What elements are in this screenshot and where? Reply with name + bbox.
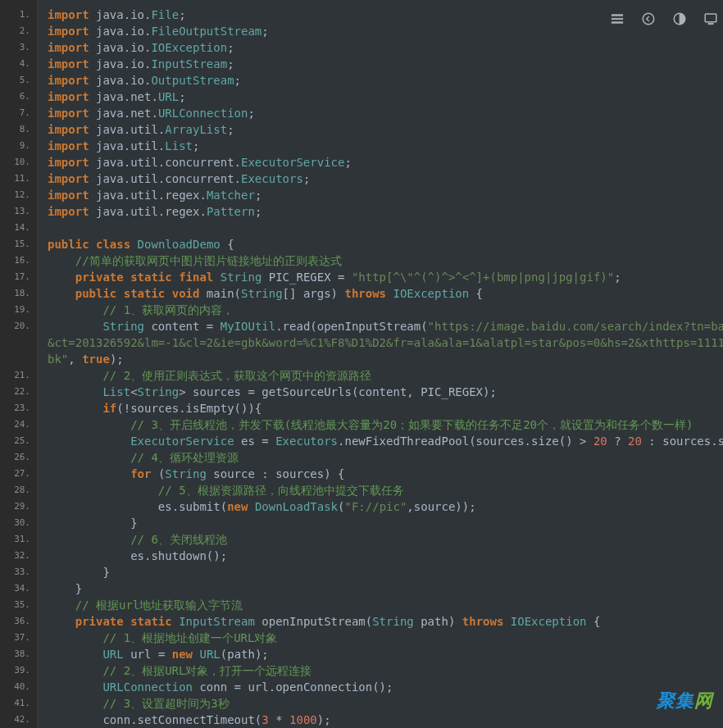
- token-pl: (: [151, 467, 165, 480]
- token-pl: java.net.: [89, 90, 158, 103]
- line-number: 11.: [0, 171, 37, 187]
- contrast-icon[interactable]: [672, 11, 687, 26]
- svg-rect-6: [708, 23, 713, 25]
- token-cls: Pattern: [207, 205, 255, 218]
- code-line: import java.io.OutputStream;: [48, 72, 723, 89]
- token-pl: java.io.: [89, 41, 152, 54]
- token-pl: <: [130, 385, 137, 398]
- line-number: 37.: [0, 630, 37, 646]
- token-cls: Matcher: [207, 189, 255, 202]
- line-number: 26.: [0, 449, 37, 466]
- line-number: 9.: [0, 138, 37, 154]
- token-kw: throws: [344, 287, 386, 300]
- token-num: 20: [628, 435, 642, 448]
- token-cls: Executors: [275, 435, 338, 448]
- token-pl: [48, 484, 158, 497]
- code-line: // 根据url地址获取输入字节流: [48, 597, 723, 613]
- code-line: // 1、获取网页的内容，: [48, 302, 723, 318]
- back-icon[interactable]: [641, 11, 656, 26]
- monitor-icon[interactable]: [703, 11, 718, 26]
- token-pl: java.io.: [89, 25, 152, 38]
- token-pl: .newFixedThreadPool(sources.size() >: [338, 435, 593, 448]
- line-number: 6.: [0, 89, 37, 105]
- line-number: 12.: [0, 187, 37, 203]
- code-line: URL url = new URL(path);: [48, 646, 723, 662]
- code-line: es.submit(new DownLoadTask("F://pic",sou…: [48, 498, 723, 515]
- line-number: 8.: [0, 121, 37, 138]
- token-cls: InputStream: [151, 57, 227, 71]
- line-number: 3.: [0, 39, 37, 56]
- code-line: public class DownloadDemo {: [48, 236, 723, 253]
- token-kw: import: [48, 107, 89, 120]
- line-number: 4.: [0, 56, 37, 72]
- line-number: 22.: [0, 384, 37, 400]
- token-pl: }: [48, 566, 110, 579]
- token-pl: es.shutdown();: [48, 549, 227, 562]
- token-num: 3: [261, 713, 268, 726]
- token-cls: String: [241, 287, 283, 300]
- code-line: }: [48, 564, 723, 580]
- line-number: [0, 334, 37, 351]
- token-pl: [48, 303, 102, 316]
- token-kw: throws: [462, 615, 504, 628]
- token-pl: ;: [255, 205, 261, 218]
- token-cls: File: [151, 8, 179, 21]
- token-pl: java.net.: [89, 107, 158, 120]
- code-line: ExecutorService es = Executors.newFixedT…: [48, 433, 723, 449]
- token-cls: Executors: [241, 172, 303, 185]
- token-pl: [48, 320, 102, 333]
- token-cmt: //简单的获取网页中图片图片链接地址的正则表达式: [75, 254, 342, 267]
- line-gutter: 1.2.3.4.5.6.7.8.9.10.11.12.13.14.15.16.1…: [0, 0, 38, 728]
- token-pl: [48, 697, 102, 710]
- token-cmt: // 3、设置超时间为3秒: [102, 697, 229, 710]
- token-pl: openInputStream(: [255, 615, 372, 628]
- token-pl: [130, 238, 137, 251]
- code-line: import java.net.URLConnection;: [48, 105, 723, 121]
- token-pl: [48, 402, 102, 415]
- line-number: [0, 351, 37, 367]
- line-number: 21.: [0, 367, 37, 384]
- token-pl: conn.setConnectTimeout(: [48, 713, 261, 726]
- token-str: "https://image.baidu.com/search/index?tn…: [428, 320, 723, 333]
- token-kw: import: [48, 25, 89, 38]
- token-pl: [48, 435, 130, 448]
- list-icon[interactable]: [610, 11, 625, 26]
- token-pl: main(: [199, 287, 241, 300]
- token-cls: InputStream: [179, 615, 255, 628]
- token-cls: IOException: [151, 41, 227, 54]
- code-line: private static InputStream openInputStre…: [48, 613, 723, 630]
- line-number: 28.: [0, 482, 37, 498]
- line-number: 2.: [0, 23, 37, 39]
- token-pl: [] args): [283, 287, 345, 300]
- token-str: &ct=201326592&lm=-1&cl=2&ie=gbk&word=%C1…: [48, 336, 723, 349]
- line-number: 34.: [0, 580, 37, 597]
- line-number: 10.: [0, 154, 37, 171]
- token-pl: conn = url.openConnection();: [193, 680, 393, 694]
- token-pl: java.util.: [89, 123, 166, 136]
- token-num: 20: [593, 435, 607, 448]
- token-kw: import: [48, 57, 89, 71]
- token-kw: public class: [48, 238, 130, 251]
- token-pl: ;: [234, 74, 241, 87]
- code-area[interactable]: import java.io.File;import java.io.FileO…: [38, 0, 723, 728]
- token-pl: ;: [255, 189, 261, 202]
- token-kw: import: [48, 172, 89, 185]
- svg-point-3: [643, 13, 654, 25]
- token-pl: [48, 451, 130, 464]
- line-number: 29.: [0, 498, 37, 515]
- line-number: 23.: [0, 400, 37, 416]
- code-line: public static void main(String[] args) t…: [48, 285, 723, 302]
- token-pl: java.util.concurrent.: [89, 172, 241, 185]
- token-pl: ,source));: [407, 500, 475, 513]
- token-pl: ;: [179, 90, 185, 103]
- code-line: conn.setConnectTimeout(3 * 1000);: [48, 712, 723, 728]
- token-cls: String: [165, 467, 207, 480]
- token-cls: URL: [199, 648, 220, 661]
- token-pl: java.io.: [89, 74, 152, 87]
- token-kw: import: [48, 74, 89, 87]
- token-pl: > sources = getSourceUrls(content, PIC_R…: [179, 385, 497, 398]
- token-pl: }: [48, 516, 138, 530]
- token-cls: ArrayList: [165, 123, 227, 136]
- token-pl: ;: [303, 172, 310, 185]
- line-number: 32.: [0, 548, 37, 564]
